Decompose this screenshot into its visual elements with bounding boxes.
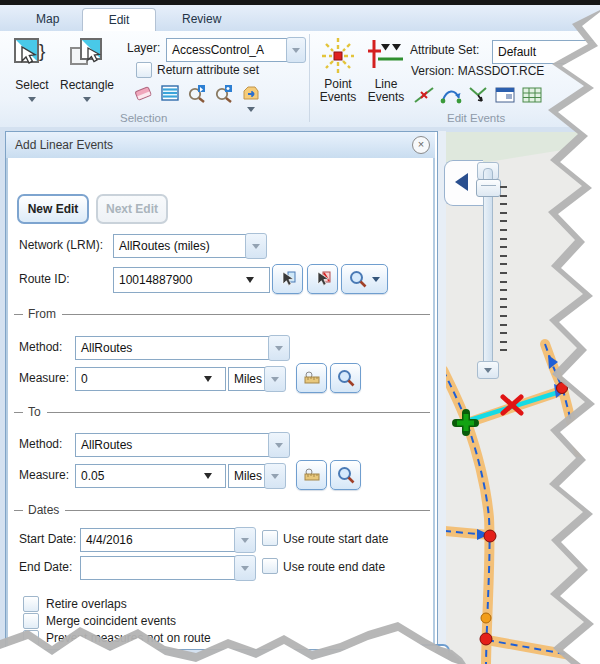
from-method-combo-arrow[interactable] — [268, 335, 290, 361]
line-events-button[interactable]: Line Events — [362, 34, 410, 124]
zoom-slider-track[interactable] — [483, 168, 493, 372]
zoom-slider-ticks — [500, 186, 507, 358]
use-route-start-date-label: Use route start date — [283, 532, 388, 546]
end-date-combo-arrow[interactable] — [234, 555, 256, 581]
ribbon: } Select Rectangle Layer: AccessControl_… — [0, 31, 600, 128]
select-button[interactable]: } Select — [6, 34, 58, 124]
point-events-label: Point Events — [316, 78, 360, 104]
from-unit-combo-arrow[interactable] — [264, 366, 286, 392]
network-combo-arrow[interactable] — [245, 233, 267, 259]
select-label: Select — [6, 78, 58, 92]
split-event-icon[interactable] — [412, 85, 436, 105]
ruler-icon — [303, 370, 321, 386]
route-point-marker — [484, 530, 496, 542]
end-date-label: End Date: — [19, 560, 72, 574]
retire-overlaps-checkbox[interactable] — [23, 596, 39, 612]
clear-route-selection-button[interactable] — [307, 264, 338, 294]
to-unit-combo-arrow[interactable] — [264, 463, 286, 489]
edit-events-group-label: Edit Events — [447, 112, 505, 124]
next-button[interactable]: Next > — [370, 644, 450, 664]
from-unit-combo[interactable]: Miles — [228, 367, 269, 391]
from-section-divider: From — [14, 307, 430, 321]
selected-attributes-icon[interactable] — [160, 83, 180, 103]
retire-overlaps-label: Retire overlaps — [46, 597, 127, 611]
application-window: Map Edit Review } Select Rectangle — [0, 0, 600, 664]
to-unit-combo[interactable]: Miles — [228, 464, 269, 488]
panel-header: Add Linear Events × — [6, 132, 435, 159]
select-route-on-map-button[interactable] — [272, 264, 303, 294]
event-window-icon[interactable] — [493, 85, 517, 105]
start-date-label: Start Date: — [19, 532, 76, 546]
rectangle-label: Rectangle — [58, 78, 116, 92]
layer-label: Layer: — [127, 41, 160, 55]
selection-options-icon[interactable] — [241, 83, 261, 103]
route-point-marker-orange — [481, 613, 491, 623]
zoom-slider-handle[interactable] — [476, 179, 501, 197]
add-linear-events-panel: Add Linear Events × New Edit Next Edit N… — [5, 131, 438, 650]
to-search-button[interactable] — [330, 460, 361, 490]
line-events-label: Line Events — [362, 78, 410, 104]
layer-combo[interactable]: AccessControl_A — [166, 38, 291, 62]
snap-event-icon[interactable] — [466, 85, 490, 105]
to-measure-on-map-button[interactable] — [296, 460, 327, 490]
use-route-start-date-checkbox[interactable] — [262, 530, 278, 546]
network-combo[interactable]: AllRoutes (miles) — [113, 234, 248, 258]
rectangle-dropdown-arrow-icon[interactable] — [83, 97, 91, 102]
clear-selection-icon[interactable] — [133, 83, 153, 103]
route-point-marker — [557, 383, 568, 394]
to-measure-combo-arrow[interactable] — [204, 473, 212, 479]
prevent-measures-label: Prevent measures not on route — [46, 631, 211, 645]
search-route-button[interactable] — [341, 264, 388, 294]
from-measure-combo-arrow[interactable] — [204, 376, 212, 382]
tab-edit[interactable]: Edit — [82, 8, 156, 32]
end-date-combo[interactable] — [80, 556, 237, 580]
start-date-combo[interactable]: 4/4/2016 — [80, 528, 237, 552]
rectangle-button[interactable]: Rectangle — [58, 34, 116, 124]
prevent-measures-checkbox[interactable] — [23, 630, 39, 646]
tab-map[interactable]: Map — [12, 8, 83, 31]
from-measure-label: Measure: — [19, 371, 69, 385]
version-text: Version: MASSDOT.RCE — [411, 64, 544, 78]
map-graphics — [445, 132, 600, 664]
attribute-set-input[interactable]: Default — [492, 40, 599, 64]
panel-map-splitter[interactable] — [437, 131, 446, 664]
attribute-set-label: Attribute Set: — [410, 43, 479, 57]
zoom-out-button[interactable] — [477, 361, 499, 379]
reshape-event-icon[interactable] — [439, 85, 463, 105]
use-route-end-date-checkbox[interactable] — [262, 558, 278, 574]
from-method-label: Method: — [19, 340, 62, 354]
select-dropdown-arrow-icon[interactable] — [28, 97, 36, 102]
new-edit-button[interactable]: New Edit — [17, 194, 89, 224]
point-events-button[interactable]: Point Events — [316, 34, 360, 124]
to-method-combo-arrow[interactable] — [268, 432, 290, 458]
map-view[interactable] — [445, 132, 600, 664]
search-icon — [349, 270, 367, 288]
selection-group-label: Selection — [120, 112, 167, 124]
to-method-combo[interactable]: AllRoutes — [75, 433, 270, 457]
from-method-combo[interactable]: AllRoutes — [75, 336, 270, 360]
from-measure-on-map-button[interactable] — [296, 363, 327, 393]
from-search-button[interactable] — [330, 363, 361, 393]
zoom-to-next-selection-icon[interactable] — [214, 83, 234, 103]
event-table-icon[interactable] — [520, 85, 544, 105]
to-method-label: Method: — [19, 437, 62, 451]
layer-combo-arrow[interactable] — [286, 37, 306, 63]
line-events-icon — [366, 36, 406, 76]
point-events-icon — [320, 36, 356, 76]
route-id-label: Route ID: — [19, 272, 70, 286]
start-date-combo-arrow[interactable] — [234, 527, 256, 553]
search-icon — [337, 466, 355, 484]
return-attribute-label: Return attribute set — [157, 63, 259, 77]
tab-review[interactable]: Review — [158, 8, 245, 31]
clear-route-icon — [314, 270, 332, 288]
next-edit-button[interactable]: Next Edit — [96, 194, 168, 224]
zoom-to-selection-icon[interactable] — [187, 83, 207, 103]
merge-coincident-events-checkbox[interactable] — [23, 613, 39, 629]
close-icon[interactable]: × — [412, 136, 430, 154]
search-icon — [337, 369, 355, 387]
return-attribute-checkbox[interactable] — [136, 62, 152, 78]
selection-options-dropdown-icon[interactable] — [247, 107, 255, 112]
select-route-icon — [279, 270, 297, 288]
route-id-combo-arrow[interactable] — [246, 277, 254, 283]
panel-body: New Edit Next Edit Network (LRM): AllRou… — [6, 158, 435, 647]
